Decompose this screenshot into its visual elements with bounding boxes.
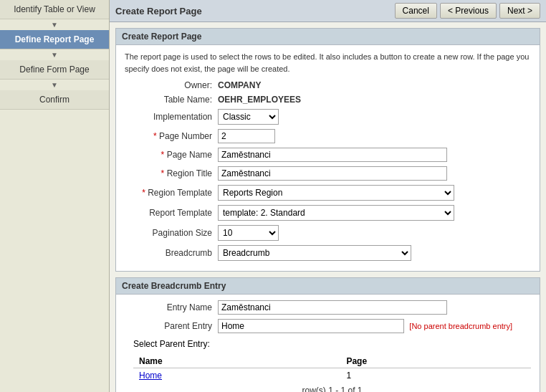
implementation-row: Implementation Classic Interactive [125,109,531,125]
breadcrumb-section-header: Create Breadcrumb Entry [116,278,540,295]
sidebar-arrow-1: ▼ [0,19,109,30]
breadcrumb-section-body: Entry Name Parent Entry [No parent bread… [116,295,540,392]
parent-table: Name Page Home 1 [133,355,531,383]
region-title-row: Region Title [125,166,531,181]
pagination-row: Pagination Size 10 15 20 25 50 [125,225,531,241]
report-template-select[interactable]: template: 2. Standard [218,205,454,221]
owner-value: COMPANY [218,80,261,90]
row-count: row(s) 1 - 1 of 1 [133,383,531,392]
region-title-input[interactable] [218,166,447,181]
col-header-page: Page [340,355,531,368]
next-button[interactable]: Next > [499,3,540,19]
entry-name-input[interactable] [218,300,447,315]
page-number-input[interactable] [218,129,275,143]
report-template-label: Report Template [125,208,218,218]
page-number-label: Page Number [125,131,218,141]
table-name-value: OEHR_EMPLOYEES [218,95,301,105]
owner-label: Owner: [125,80,218,90]
parent-entry-label: Parent Entry [125,321,218,331]
main-panel: Create Report Page Cancel < Previous Nex… [110,0,546,392]
region-template-row: Region Template Reports Region Standard … [125,185,531,201]
page-number-row: Page Number [125,129,531,143]
table-name-row: Table Name: OEHR_EMPLOYEES [125,95,531,105]
page-title: Create Report Page [115,6,202,16]
table-name-label: Table Name: [125,95,218,105]
select-parent-section: Select Parent Entry: Name Page [133,339,531,392]
select-parent-label: Select Parent Entry: [133,339,531,349]
sidebar-item-define-form[interactable]: Define Form Page [0,60,109,80]
header-bar: Create Report Page Cancel < Previous Nex… [110,0,546,22]
header-buttons: Cancel < Previous Next > [395,3,540,19]
parent-entry-row: Parent Entry [No parent breadcrumb entry… [125,319,531,333]
parent-entry-group: [No parent breadcrumb entry] [218,319,512,333]
sidebar-item-define-report[interactable]: Define Report Page [0,30,109,49]
owner-row: Owner: COMPANY [125,80,531,90]
pagination-select[interactable]: 10 15 20 25 50 [218,225,279,241]
entry-name-label: Entry Name [125,302,218,312]
page-name-input[interactable] [218,148,447,162]
sidebar-item-identify-table[interactable]: Identify Table or View [0,0,109,19]
implementation-select[interactable]: Classic Interactive [218,109,279,125]
table-row[interactable]: Home 1 [133,368,531,383]
no-parent-text: [No parent breadcrumb entry] [409,322,512,330]
region-template-label: Region Template [125,188,218,198]
breadcrumb-select[interactable]: Breadcrumb None [218,245,411,261]
parent-entry-input[interactable] [218,319,404,333]
report-template-row: Report Template template: 2. Standard [125,205,531,221]
col-header-name: Name [133,355,340,368]
entry-name-row: Entry Name [125,300,531,315]
report-section: Create Report Page The report page is us… [115,28,540,272]
breadcrumb-section: Create Breadcrumb Entry Entry Name Paren… [115,277,540,392]
region-title-label: Region Title [125,168,218,178]
sidebar-arrow-3: ▼ [0,80,109,90]
page-name-row: Page Name [125,148,531,162]
info-text: The report page is used to select the ro… [125,51,531,75]
report-section-header: Create Report Page [116,29,540,45]
page-name-label: Page Name [125,150,218,160]
pagination-label: Pagination Size [125,228,218,238]
row-name[interactable]: Home [133,368,340,383]
content-area: Create Report Page The report page is us… [110,22,546,392]
breadcrumb-row: Breadcrumb Breadcrumb None [125,245,531,261]
previous-button[interactable]: < Previous [440,3,497,19]
sidebar-item-confirm[interactable]: Confirm [0,90,109,110]
row-page: 1 [340,368,531,383]
region-template-select[interactable]: Reports Region Standard Region [218,185,454,201]
breadcrumb-label: Breadcrumb [125,248,218,258]
sidebar-arrow-2: ▼ [0,49,109,60]
report-section-body: The report page is used to select the ro… [116,45,540,271]
implementation-label: Implementation [125,112,218,122]
cancel-button[interactable]: Cancel [395,3,437,19]
sidebar: Identify Table or View ▼ Define Report P… [0,0,110,392]
